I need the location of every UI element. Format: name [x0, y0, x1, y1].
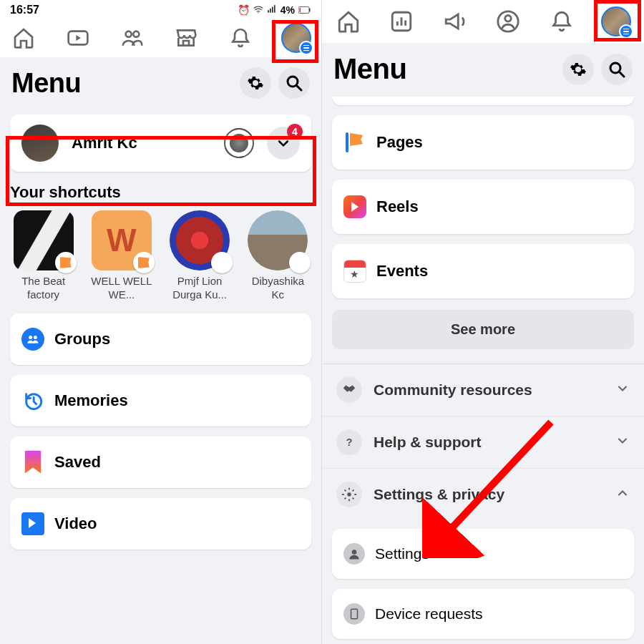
shortcut-label: WELL WELL WE...	[88, 275, 155, 302]
svg-point-24	[352, 550, 357, 555]
search-button[interactable]	[601, 54, 633, 85]
svg-point-23	[347, 492, 351, 497]
profile-dropdown-button[interactable]: 4	[267, 127, 300, 160]
alarm-icon: ⏰	[238, 4, 250, 16]
device-icon	[343, 603, 365, 625]
svg-point-20	[610, 63, 620, 73]
shortcut-thumb	[92, 210, 152, 270]
svg-point-13	[297, 259, 301, 263]
shortcut-thumb	[248, 210, 308, 270]
menu-item-video[interactable]: Video	[10, 498, 311, 550]
shortcut-item[interactable]: Pmjf Lion Durga Ku...	[167, 210, 233, 302]
profile-name: Amrit Kc	[72, 134, 211, 152]
settings-item[interactable]: Settings	[332, 529, 634, 579]
shortcut-label: The Beat factory	[10, 275, 77, 302]
marketplace-icon[interactable]	[172, 24, 200, 52]
device-requests-item[interactable]: Device requests	[332, 589, 634, 639]
profile-picture	[21, 125, 59, 162]
settings-button[interactable]	[240, 67, 271, 99]
shortcuts-heading: Your shortcuts	[10, 183, 311, 202]
menu-header: Menu	[0, 57, 321, 110]
svg-rect-2	[272, 6, 273, 12]
person-circle-icon	[343, 543, 365, 565]
svg-rect-0	[268, 10, 269, 13]
menu-item-saved[interactable]: Saved	[10, 436, 311, 488]
svg-point-14	[29, 336, 32, 339]
expand-community-resources[interactable]: Community resources	[322, 364, 644, 416]
menu-item-memories[interactable]: Memories	[10, 375, 311, 426]
see-more-label: See more	[451, 321, 515, 337]
profile-icon[interactable]	[494, 8, 522, 35]
menu-item-reels[interactable]: Reels	[332, 180, 634, 234]
groups-icon	[21, 328, 44, 351]
battery-icon	[298, 4, 311, 16]
menu-item-pages[interactable]: Pages	[332, 115, 634, 170]
menu-avatar-button[interactable]	[281, 23, 311, 53]
pages-icon	[343, 131, 366, 154]
see-more-button[interactable]: See more	[332, 310, 634, 349]
menu-item-label: Events	[376, 262, 428, 280]
prev-card-edge	[332, 97, 634, 105]
svg-rect-6	[300, 8, 301, 12]
shortcut-label: Pmjf Lion Durga Ku...	[167, 275, 233, 302]
menu-badge-icon	[619, 24, 633, 39]
status-icons: ⏰ 4%	[238, 4, 311, 16]
expand-label: Help & support	[374, 434, 604, 451]
chevron-down-icon	[615, 381, 630, 399]
svg-point-9	[133, 31, 139, 37]
status-time: 16:57	[10, 4, 39, 16]
svg-text:?: ?	[346, 436, 353, 448]
chevron-down-icon	[615, 434, 630, 451]
menu-items-list: Pages Reels Events	[322, 115, 644, 298]
menu-item-groups[interactable]: Groups	[10, 313, 311, 365]
svg-rect-3	[274, 5, 275, 13]
menu-header: Menu	[322, 43, 644, 97]
expand-help-support[interactable]: ? Help & support	[322, 416, 644, 469]
notifications-icon[interactable]	[548, 8, 575, 35]
search-button[interactable]	[278, 67, 310, 99]
page-flag-icon	[133, 252, 155, 273]
svg-line-21	[620, 72, 624, 77]
status-bar: 16:57 ⏰ 4%	[0, 0, 321, 19]
home-icon[interactable]	[335, 8, 362, 35]
shortcut-item[interactable]: Dibyashika Kc	[245, 210, 311, 302]
notifications-icon[interactable]	[227, 24, 254, 52]
menu-item-label: Pages	[376, 133, 423, 152]
video-icon	[21, 512, 44, 535]
menu-items-list: Groups Memories Saved Video	[0, 308, 321, 550]
menu-item-label: Groups	[54, 330, 110, 348]
menu-badge-icon	[299, 41, 313, 55]
chevron-up-icon	[615, 486, 630, 503]
menu-item-label: Reels	[376, 197, 419, 216]
shortcut-item[interactable]: WELL WELL WE...	[88, 210, 155, 302]
switch-profile-icon[interactable]	[224, 128, 254, 158]
home-icon[interactable]	[10, 24, 37, 52]
friends-icon[interactable]	[119, 24, 146, 52]
signal-icon	[267, 4, 277, 16]
shortcuts-section: Your shortcuts The Beat factory WELL WEL…	[0, 172, 321, 308]
settings-button[interactable]	[562, 54, 594, 85]
shortcut-thumb	[14, 210, 74, 270]
wifi-icon	[253, 4, 263, 16]
pro-dashboard-icon[interactable]	[388, 8, 415, 35]
svg-point-12	[218, 259, 222, 263]
memories-icon	[21, 389, 44, 412]
shortcut-item[interactable]: The Beat factory	[10, 210, 77, 302]
sub-item-label: Device requests	[375, 605, 483, 623]
shortcut-label: Dibyashika Kc	[245, 275, 311, 302]
top-nav	[322, 0, 644, 43]
menu-item-label: Saved	[54, 453, 101, 472]
events-icon	[343, 260, 366, 283]
menu-item-events[interactable]: Events	[332, 244, 634, 298]
menu-avatar-button[interactable]	[601, 6, 631, 36]
expand-label: Settings & privacy	[374, 486, 604, 503]
top-nav	[0, 19, 321, 57]
shortcut-thumb	[170, 210, 230, 270]
profile-row[interactable]: Amrit Kc 4	[10, 114, 311, 172]
notification-badge: 4	[287, 124, 303, 140]
friend-badge-icon	[211, 252, 233, 273]
watch-icon[interactable]	[64, 24, 92, 52]
page-flag-icon	[55, 252, 77, 273]
megaphone-icon[interactable]	[441, 8, 469, 35]
expand-settings-privacy[interactable]: Settings & privacy	[322, 469, 644, 520]
